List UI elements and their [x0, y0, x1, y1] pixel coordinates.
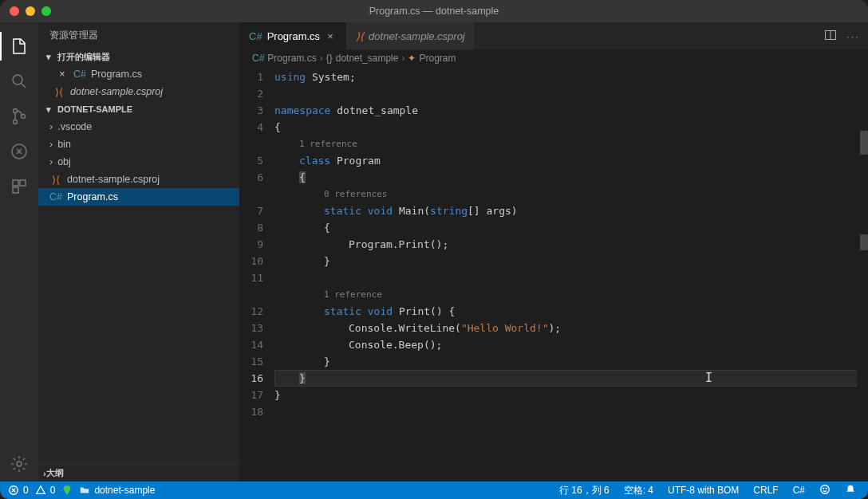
status-eol[interactable]: CRLF — [749, 485, 782, 496]
status-warnings[interactable]: 0 — [35, 485, 56, 496]
line-numbers: 1234 56 7891011 12131415161718 — [239, 67, 274, 481]
status-feedback-icon[interactable] — [815, 484, 834, 497]
csharp-file-icon: C# — [49, 191, 62, 202]
tab-label: Program.cs — [267, 30, 320, 42]
outline-section[interactable]: ›大纲 — [38, 464, 239, 481]
open-editor-label: dotnet-sample.csproj — [70, 86, 163, 97]
extensions-icon[interactable] — [0, 169, 38, 204]
codelens-class[interactable]: 1 reference — [299, 136, 357, 152]
open-editor-item[interactable]: ⟩⟨ dotnet-sample.csproj — [38, 83, 239, 100]
search-icon[interactable] — [0, 64, 38, 99]
titlebar: Program.cs — dotnet-sample — [0, 0, 868, 22]
svg-point-12 — [823, 487, 824, 488]
xml-file-icon: ⟩⟨ — [49, 174, 62, 186]
status-bar: 0 0 dotnet-sample 行 16，列 6 空格: 4 UTF-8 w… — [0, 481, 868, 499]
more-icon[interactable]: ··· — [846, 30, 860, 42]
status-encoding[interactable]: UTF-8 with BOM — [664, 485, 743, 496]
folder-item[interactable]: › .vscode — [38, 118, 239, 136]
minimap[interactable] — [857, 67, 868, 481]
breadcrumb[interactable]: C# Program.cs › {}dotnet_sample › ✦Progr… — [239, 49, 868, 67]
chevron-right-icon: › — [49, 139, 53, 150]
window-close[interactable] — [10, 6, 19, 16]
tab-label: dotnet-sample.csproj — [369, 30, 465, 42]
status-cursor-position[interactable]: 行 16，列 6 — [555, 484, 614, 497]
activity-bar — [0, 22, 38, 481]
codelens-main[interactable]: 0 references — [324, 186, 387, 202]
svg-point-11 — [821, 485, 830, 493]
window-minimize[interactable] — [26, 6, 35, 16]
workspace-section[interactable]: ▾DOTNET-SAMPLE — [38, 100, 239, 118]
code-editor[interactable]: 1234 56 7891011 12131415161718 using Sys… — [239, 67, 868, 481]
csharp-file-icon: C# — [249, 30, 262, 42]
chevron-right-icon: › — [49, 121, 53, 132]
folder-item[interactable]: › bin — [38, 136, 239, 153]
status-folder[interactable]: dotnet-sample — [79, 485, 155, 496]
svg-rect-6 — [20, 180, 26, 186]
chevron-right-icon: › — [49, 156, 53, 167]
svg-point-8 — [17, 462, 22, 466]
close-icon[interactable]: × — [325, 30, 336, 42]
svg-point-1 — [14, 109, 18, 113]
status-indentation[interactable]: 空格: 4 — [620, 484, 657, 497]
window-title: Program.cs — dotnet-sample — [0, 6, 868, 17]
status-language[interactable]: C# — [789, 485, 809, 496]
file-item[interactable]: ⟩⟨ dotnet-sample.csproj — [38, 171, 239, 188]
status-errors[interactable]: 0 — [8, 485, 29, 496]
svg-point-0 — [13, 75, 22, 84]
tab-csproj[interactable]: ⟩⟨ dotnet-sample.csproj — [346, 22, 475, 49]
close-icon[interactable]: × — [56, 69, 69, 80]
source-control-icon[interactable] — [0, 99, 38, 134]
csharp-file-icon: C# — [252, 53, 264, 64]
svg-point-3 — [22, 115, 26, 119]
codelens-print[interactable]: 1 reference — [324, 286, 382, 303]
settings-icon[interactable] — [0, 446, 38, 481]
open-editor-item[interactable]: × C# Program.cs — [38, 65, 239, 83]
text-cursor-icon: I — [705, 370, 712, 387]
folder-item[interactable]: › obj — [38, 153, 239, 171]
split-editor-icon[interactable] — [824, 29, 837, 44]
csharp-file-icon: C# — [73, 69, 86, 80]
tab-program-cs[interactable]: C# Program.cs × — [239, 22, 346, 49]
open-editor-label: Program.cs — [91, 69, 142, 80]
debug-icon[interactable] — [0, 134, 38, 169]
svg-rect-7 — [13, 187, 18, 193]
xml-file-icon: ⟩⟨ — [53, 86, 65, 98]
status-git[interactable] — [61, 485, 73, 496]
window-maximize[interactable] — [41, 6, 51, 16]
explorer-icon[interactable] — [0, 29, 38, 64]
status-notifications-icon[interactable] — [841, 484, 860, 497]
svg-point-2 — [14, 120, 18, 124]
explorer-title: 资源管理器 — [38, 22, 239, 48]
tab-bar: C# Program.cs × ⟩⟨ dotnet-sample.csproj … — [239, 22, 868, 49]
open-editors-section[interactable]: ▾打开的编辑器 — [38, 48, 239, 65]
svg-point-13 — [826, 487, 827, 488]
svg-rect-5 — [13, 180, 18, 186]
explorer-panel: 资源管理器 ▾打开的编辑器 × C# Program.cs ⟩⟨ dotnet-… — [38, 22, 239, 481]
file-item[interactable]: C# Program.cs — [38, 188, 239, 206]
xml-file-icon: ⟩⟨ — [356, 30, 364, 42]
editor-area: C# Program.cs × ⟩⟨ dotnet-sample.csproj … — [239, 22, 868, 481]
